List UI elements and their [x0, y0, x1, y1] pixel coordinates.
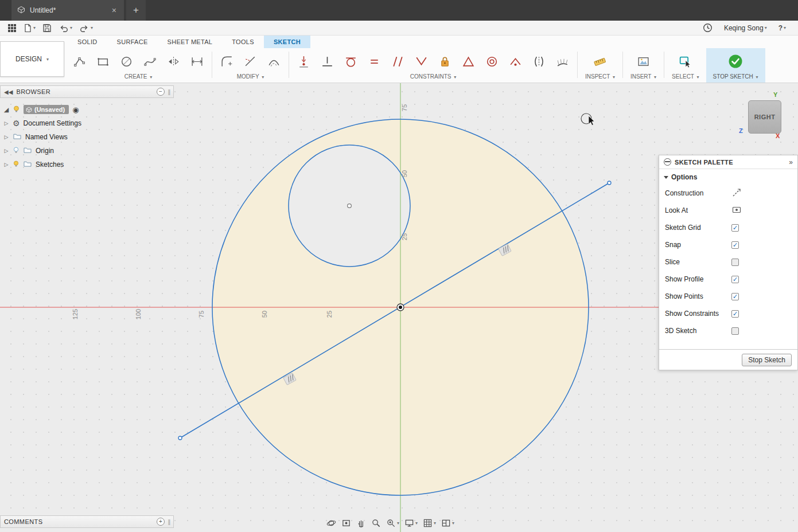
stop-sketch-group-label[interactable]: STOP SKETCH ▾: [713, 73, 758, 80]
options-section-header[interactable]: Options: [659, 169, 797, 183]
tangent-constraint-button[interactable]: [339, 50, 363, 72]
palette-row-3d-sketch: 3D Sketch: [659, 322, 797, 339]
save-button[interactable]: [40, 22, 55, 34]
horizontal-vertical-constraint-button[interactable]: [316, 50, 339, 72]
pan-button[interactable]: [355, 517, 368, 529]
redo-button[interactable]: ▾: [76, 22, 96, 34]
insert-canvas-button[interactable]: [632, 50, 655, 72]
construction-toggle-icon[interactable]: [731, 187, 742, 200]
3d-sketch-checkbox[interactable]: [731, 327, 739, 335]
snap-checkbox[interactable]: [731, 241, 739, 249]
create-group-label[interactable]: CREATE ▾: [68, 73, 209, 80]
stop-sketch-palette-button[interactable]: Stop Sketch: [742, 354, 792, 366]
zoom-button[interactable]: [369, 517, 383, 529]
sketch-dimension-button[interactable]: [185, 50, 209, 72]
sketch-grid-checkbox[interactable]: [731, 224, 739, 232]
display-settings-button[interactable]: ▾: [403, 517, 419, 529]
show-points-checkbox[interactable]: [731, 293, 739, 300]
equal-constraint-button[interactable]: [363, 50, 386, 72]
tab-solid[interactable]: SOLID: [68, 36, 107, 48]
look-at-button-icon[interactable]: [731, 205, 742, 217]
orbit-button[interactable]: [325, 517, 338, 529]
coincident-constraint-button[interactable]: [292, 50, 316, 72]
sketch-palette-header[interactable]: SKETCH PALETTE »: [659, 155, 797, 169]
expand-arrow-icon[interactable]: ▷: [3, 134, 9, 140]
expand-arrow-icon[interactable]: ▷: [3, 162, 9, 167]
perpendicular-constraint-button[interactable]: [410, 50, 433, 72]
select-group-label[interactable]: SELECT ▾: [672, 73, 699, 80]
add-comment-icon[interactable]: +: [157, 518, 165, 526]
circle-tool-button[interactable]: [115, 50, 138, 72]
measure-tool-button[interactable]: [588, 50, 612, 72]
look-at-button[interactable]: [340, 517, 353, 529]
mirror-tool-button[interactable]: [162, 50, 185, 72]
expand-corner-icon[interactable]: ◢: [3, 106, 9, 114]
fix-unfix-constraint-button[interactable]: [433, 50, 457, 72]
tab-sketch[interactable]: SKETCH: [264, 36, 310, 48]
stop-sketch-button[interactable]: [724, 50, 748, 72]
browser-item-origin[interactable]: ▷ Origin: [3, 144, 174, 158]
capture-position-icon[interactable]: ◉: [72, 106, 79, 114]
browser-header[interactable]: ◀◀ BROWSER − ||: [0, 85, 174, 98]
concentric-constraint-button[interactable]: [480, 50, 504, 72]
visibility-bulb-icon[interactable]: [13, 105, 20, 115]
user-account-menu[interactable]: Keqing Song ▾: [721, 22, 770, 34]
panel-grip[interactable]: ||: [168, 89, 170, 95]
close-tab-icon[interactable]: ×: [110, 6, 118, 15]
fit-button[interactable]: ▾: [384, 517, 401, 529]
fillet-tool-button[interactable]: [215, 50, 239, 72]
document-cube-icon: [17, 6, 25, 15]
browser-root-row[interactable]: ◢ (Unsaved) ◉: [3, 103, 174, 116]
polygon-constraint-button[interactable]: [457, 50, 480, 72]
rectangle-tool-button[interactable]: [91, 50, 115, 72]
new-tab-button[interactable]: +: [126, 0, 146, 21]
expand-arrow-icon[interactable]: ▷: [3, 148, 9, 154]
undo-button[interactable]: ▾: [56, 22, 75, 34]
document-root-item[interactable]: (Unsaved): [24, 105, 69, 114]
document-tab[interactable]: Untitled* ×: [11, 0, 124, 21]
panel-grip[interactable]: ||: [168, 519, 170, 525]
job-status-clock-icon[interactable]: [700, 22, 715, 34]
workspace-selector[interactable]: DESIGN ▾: [0, 41, 64, 77]
dock-panel-icon[interactable]: »: [789, 158, 793, 166]
line-endpoint[interactable]: [608, 181, 611, 185]
tab-tools[interactable]: TOOLS: [222, 36, 264, 48]
expand-arrow-icon[interactable]: ▷: [3, 120, 9, 126]
tab-surface[interactable]: SURFACE: [107, 36, 158, 48]
show-constraints-checkbox[interactable]: [731, 310, 739, 318]
parallel-constraint-button[interactable]: [386, 50, 410, 72]
midpoint-constraint-button[interactable]: [504, 50, 527, 72]
app-grid-icon[interactable]: [5, 22, 20, 34]
toolbar-separator: [622, 52, 623, 78]
browser-item-document-settings[interactable]: ▷ ⚙ Document Settings: [3, 116, 174, 130]
comments-header[interactable]: COMMENTS + ||: [0, 515, 174, 528]
slice-checkbox[interactable]: [731, 259, 739, 266]
modify-group-label[interactable]: MODIFY ▾: [215, 73, 286, 80]
line-endpoint[interactable]: [178, 436, 182, 440]
viewports-button[interactable]: ▾: [439, 517, 456, 529]
file-menu-button[interactable]: ▾: [21, 22, 38, 34]
model-canvas[interactable]: 125 100 75 50 25 75 50 25 RIGHT Y Z X ◀◀…: [0, 83, 798, 532]
show-profile-checkbox[interactable]: [731, 276, 739, 283]
browser-item-named-views[interactable]: ▷ Named Views: [3, 130, 174, 144]
offset-tool-button[interactable]: [262, 50, 286, 72]
tab-sheet-metal[interactable]: SHEET METAL: [158, 36, 223, 48]
spline-tool-button[interactable]: [138, 50, 162, 72]
help-menu[interactable]: ? ▾: [776, 22, 789, 34]
insert-group-label[interactable]: INSERT ▾: [630, 73, 656, 80]
trim-tool-button[interactable]: [239, 50, 262, 72]
collapse-panel-icon[interactable]: ◀◀: [4, 89, 13, 95]
visibility-bulb-icon[interactable]: [13, 160, 20, 169]
symmetry-constraint-button[interactable]: [527, 50, 551, 72]
curvature-constraint-button[interactable]: [551, 50, 574, 72]
visibility-bulb-icon[interactable]: [13, 146, 20, 155]
inner-circle-center-point[interactable]: [348, 204, 352, 208]
constraints-group-label[interactable]: CONSTRAINTS ▾: [292, 73, 574, 80]
browser-item-sketches[interactable]: ▷ Sketches: [3, 158, 174, 171]
inspect-group-label[interactable]: INSPECT ▾: [585, 73, 615, 80]
grid-and-snaps-button[interactable]: ▾: [421, 517, 438, 529]
line-tool-button[interactable]: [68, 50, 91, 72]
minimize-panel-icon[interactable]: −: [157, 88, 165, 96]
view-cube[interactable]: RIGHT: [748, 100, 781, 134]
select-tool-button[interactable]: [674, 50, 697, 72]
